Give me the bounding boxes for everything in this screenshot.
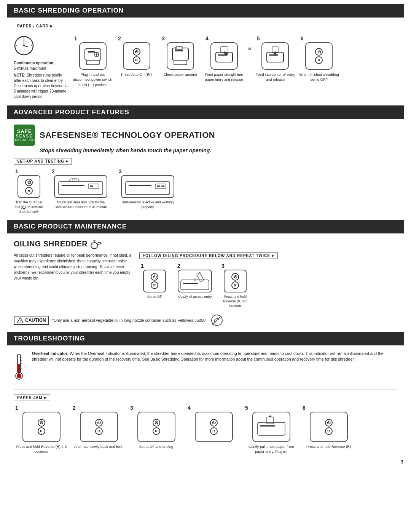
safesense-step-3-label: SafeSense® is active and working properl… bbox=[117, 200, 178, 209]
feed-paper-icon bbox=[214, 46, 234, 66]
pj-step-5-label: Gently pull uncut paper from paper entry… bbox=[244, 444, 299, 454]
svg-rect-18 bbox=[174, 60, 187, 65]
advanced-features-header: ADVANCED PRODUCT FEATURES bbox=[7, 105, 404, 119]
caution-text: *Only use a non-aerosol vegetable oil in… bbox=[52, 318, 206, 323]
safesense-step-1-label: Turn the shredder ON (⏻) to activate Saf… bbox=[14, 200, 44, 214]
oiling-text: All cross-cut shredders require oil for … bbox=[14, 252, 132, 281]
svg-rect-17 bbox=[176, 46, 182, 50]
pj-step-3: 3 ⏻ R Set to Off and unplug bbox=[129, 405, 184, 449]
safesense-step-2-label: Touch test area and look for the SafeSen… bbox=[50, 200, 111, 209]
svg-rect-58 bbox=[267, 417, 274, 424]
svg-rect-41 bbox=[196, 273, 204, 282]
safesense-step-3-icon bbox=[121, 175, 174, 198]
svg-rect-57 bbox=[260, 425, 275, 427]
overheat-body: When the Overheat Indicator is illuminat… bbox=[32, 351, 384, 362]
oil-step-2-icon bbox=[178, 270, 212, 292]
svg-rect-20 bbox=[218, 54, 227, 56]
step-2: 2 ⏻ R Press Auto-On (⏻) bbox=[116, 35, 156, 77]
safesense-step-1: 1 ⏻ R Turn the shredder ON (⏻) to activa… bbox=[14, 168, 44, 214]
pj-step-4: 4 ⏻ R bbox=[186, 405, 241, 444]
step-3-icon bbox=[167, 42, 194, 70]
thermometer-icon bbox=[14, 352, 24, 383]
svg-marker-60 bbox=[269, 415, 272, 417]
safesense-step-2-icon bbox=[54, 175, 107, 198]
paper-check-icon bbox=[171, 46, 190, 66]
step-4-icon bbox=[210, 42, 238, 70]
basic-shredding-section: BASIC SHREDDING OPERATION PAPER / CARD bbox=[7, 4, 404, 105]
oil-step-3-icon: ⏻ R bbox=[224, 270, 247, 292]
setup-badge: SET-UP AND TESTING bbox=[14, 158, 72, 165]
pj-step-6-label: Press and hold Reverse (R) bbox=[306, 444, 351, 449]
svg-rect-48 bbox=[18, 364, 20, 374]
safesense-title-text: SAFESENSE® TECHNOLOGY OPERATION bbox=[40, 130, 215, 140]
pj-step-6-icon: ⏻ R bbox=[310, 412, 348, 442]
step-1-label: Plug in and put disconnect power switch … bbox=[73, 72, 113, 87]
pj-step-1-icon: ⏻ R bbox=[22, 412, 61, 442]
continuous-title: Continuous operation: bbox=[14, 61, 54, 65]
troubleshooting-header: TROUBLESHOOTING bbox=[7, 332, 404, 345]
step-6: 6 ⏻ R When finished shredding set to OFF bbox=[299, 35, 339, 82]
step-4-label: Feed paper straight into paper entry and… bbox=[204, 72, 244, 82]
oil-can-icon bbox=[91, 239, 102, 249]
safesense-active-icon bbox=[125, 178, 170, 195]
oil-step-3-label: Press and hold Reverse (R) 2-3 seconds bbox=[220, 294, 250, 309]
step-4: 4 bbox=[204, 35, 244, 82]
svg-rect-9 bbox=[88, 51, 95, 53]
svg-rect-31 bbox=[90, 185, 93, 187]
oil-step-1: 1 ⏻ R Set to Off bbox=[139, 263, 170, 299]
step-6-label: When finished shredding set to OFF bbox=[299, 72, 339, 82]
caution-box: ! CAUTION *Only use a non-aerosol vegeta… bbox=[14, 314, 397, 326]
svg-rect-28 bbox=[59, 182, 103, 195]
svg-rect-29 bbox=[62, 185, 84, 186]
overheat-label: Overheat Indicator: bbox=[32, 351, 68, 356]
clock-icon bbox=[14, 35, 34, 56]
pj-step-2-icon: ⏻ R bbox=[80, 412, 118, 442]
svg-rect-36 bbox=[161, 185, 164, 187]
svg-rect-39 bbox=[181, 280, 209, 290]
safesense-step-1-icon: ⏻ R bbox=[18, 175, 40, 198]
pj-step-2-label: Alternate slowly back and forth bbox=[74, 444, 123, 449]
divider-line bbox=[14, 390, 397, 390]
maintenance-header: BASIC PRODUCT MAINTENANCE bbox=[7, 220, 404, 233]
svg-rect-14 bbox=[172, 48, 188, 60]
oiling-steps-row: 1 ⏻ R Set to Off 2 bbox=[139, 263, 397, 309]
note-label: NOTE: bbox=[14, 73, 25, 77]
reverse-btn-icon: R bbox=[133, 56, 140, 64]
oil-step-1-label: Set to Off bbox=[147, 294, 162, 299]
pj-step-5-icon bbox=[252, 412, 290, 442]
paper-jam-badge: PAPER JAM bbox=[14, 395, 50, 401]
step-2-label: Press Auto-On (⏻) bbox=[121, 72, 152, 77]
step-6-icon: ⏻ R bbox=[305, 42, 333, 70]
step-1-icon bbox=[79, 42, 107, 70]
no-spray-icon bbox=[211, 314, 223, 326]
continuous-line1: 5-minute maximum bbox=[14, 66, 69, 71]
svg-point-50 bbox=[17, 374, 21, 378]
paper-card-badge: PAPER / CARD bbox=[14, 23, 56, 29]
pj-step-2: 2 ⏻ R Alternate slowly back and forth bbox=[71, 405, 126, 449]
step-2-icon: ⏻ R bbox=[123, 42, 150, 70]
step-5: 5 Feed into c bbox=[255, 35, 295, 82]
or-label: or bbox=[248, 46, 252, 51]
safesense-step-2: 2 bbox=[50, 168, 111, 209]
step-5-icon bbox=[261, 42, 289, 70]
oiling-right: FOLLOW OILING PROCEDURE BELOW AND REPEAT… bbox=[139, 252, 397, 309]
safesense-steps-row: 1 ⏻ R Turn the shredder ON (⏻) to activa… bbox=[14, 168, 397, 214]
svg-rect-40 bbox=[183, 283, 198, 284]
svg-rect-56 bbox=[258, 422, 285, 435]
safesense-subtitle: Stops shredding immediately when hands t… bbox=[40, 147, 397, 153]
overheat-text: Overheat Indicator: When the Overheat In… bbox=[32, 351, 397, 363]
overheat-row: Overheat Indicator: When the Overheat In… bbox=[14, 351, 397, 383]
page-number: 3 bbox=[401, 459, 403, 465]
step-3: 3 bbox=[160, 35, 200, 77]
pj-step-1: 1 ⏻ R Press and hold Reverse (R) 2-3 sec… bbox=[14, 405, 69, 454]
svg-line-3 bbox=[24, 46, 28, 47]
basic-steps-row: 1 bbox=[73, 35, 397, 87]
svg-rect-12 bbox=[86, 60, 99, 65]
caution-label: ! CAUTION bbox=[14, 316, 49, 325]
step-1: 1 bbox=[73, 35, 113, 87]
advanced-features-section: ADVANCED PRODUCT FEATURES SAFE SENSE TEC… bbox=[7, 105, 404, 220]
troubleshooting-section: TROUBLESHOOTING bbox=[7, 332, 404, 460]
svg-line-46 bbox=[212, 316, 221, 325]
oil-step-3: 3 ⏻ R Press and hold Reverse (R) 2-3 sec… bbox=[220, 263, 250, 309]
shredding-row: Continuous operation: 5-minute maximum N… bbox=[14, 35, 397, 99]
